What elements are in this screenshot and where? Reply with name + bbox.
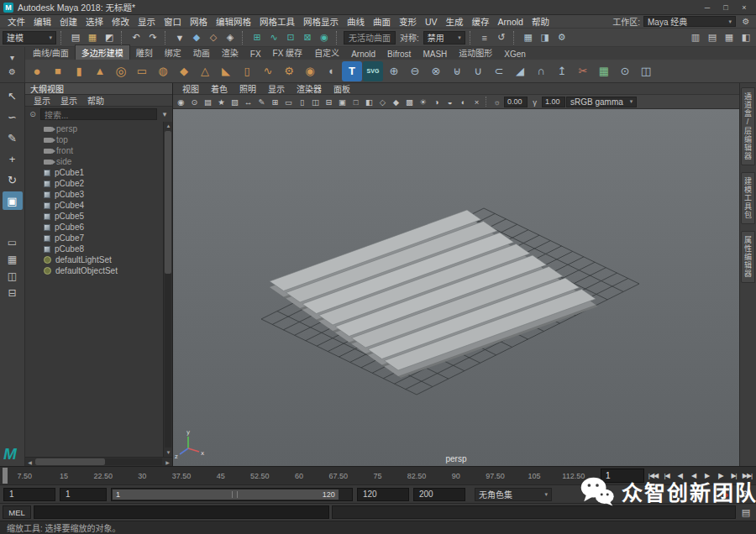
bevel-icon[interactable]: ◢ [510, 61, 530, 81]
camera-attributes-icon[interactable]: ▤ [202, 96, 214, 108]
outliner-item-side[interactable]: side [25, 156, 163, 167]
scale-tool-button[interactable]: ▣ [3, 191, 23, 210]
range-slider-grip[interactable] [232, 491, 238, 498]
move-tool-button[interactable]: + [3, 149, 23, 168]
poly-prism-icon[interactable]: ◣ [216, 61, 236, 81]
maximize-button[interactable]: □ [717, 2, 734, 13]
exposure-field[interactable]: 0.00 [504, 97, 528, 107]
poly-helix-icon[interactable]: ∿ [258, 61, 278, 81]
menu-edit-mesh[interactable]: 编辑网格 [212, 15, 255, 28]
outliner-item-front[interactable]: front [25, 145, 163, 156]
boolean-difference-icon[interactable]: ⊖ [405, 61, 425, 81]
menu-create[interactable]: 创建 [55, 15, 81, 28]
menu-file[interactable]: 文件 [3, 15, 29, 28]
menu-arnold[interactable]: Arnold [494, 17, 528, 27]
outliner-item-pCube8[interactable]: pCube8 [25, 243, 163, 254]
range-slider[interactable]: 1 120 [111, 488, 353, 501]
panel-menu-show[interactable]: 显示 [262, 82, 291, 95]
shelf-tab-xgen[interactable]: XGen [498, 49, 532, 60]
snap-projected-center-icon[interactable]: ⊠ [300, 30, 315, 45]
new-scene-icon[interactable]: ▤ [68, 30, 83, 45]
shelf-gear-icon[interactable]: ⚙ [6, 66, 19, 78]
extrude-icon[interactable]: ↥ [552, 61, 572, 81]
boolean-intersection-icon[interactable]: ⊗ [426, 61, 446, 81]
outliner-item-pCube4[interactable]: pCube4 [25, 200, 163, 211]
outliner-item-pCube1[interactable]: pCube1 [25, 167, 163, 178]
boolean-union-icon[interactable]: ⊕ [384, 61, 404, 81]
search-input[interactable]: 搜索... [40, 108, 157, 120]
shelf-tab-rigging[interactable]: 绑定 [159, 45, 187, 60]
tab-channel-box-layer-editor[interactable]: 通道盒/层编辑器 [741, 87, 755, 165]
panel-menu-lighting[interactable]: 照明 [234, 82, 262, 95]
poly-disc-icon[interactable]: ◍ [153, 61, 173, 81]
symmetry-dropdown[interactable]: 禁用 ▾ [423, 31, 465, 44]
animation-preferences-icon[interactable]: ⚙ [738, 487, 753, 502]
current-frame-field[interactable]: 1 [601, 469, 644, 483]
two-d-pan-zoom-icon[interactable]: ↔ [242, 96, 255, 108]
snap-curve-icon[interactable]: ∿ [266, 30, 281, 45]
combine-icon[interactable]: ⊎ [447, 61, 467, 81]
save-scene-icon[interactable]: ◩ [102, 30, 117, 45]
platonic-solid-icon[interactable]: ◆ [174, 61, 194, 81]
shelf-tab-sculpting[interactable]: 雕刻 [130, 45, 159, 60]
attribute-editor-toggle-icon[interactable]: ▥ [688, 30, 703, 45]
paint-select-tool-button[interactable]: ✎ [3, 128, 23, 147]
shelf-tab-bifrost[interactable]: Bifrost [381, 49, 417, 60]
close-button[interactable]: × [736, 2, 753, 13]
undo-icon[interactable]: ↶ [129, 30, 144, 45]
ipr-render-icon[interactable]: ◨ [538, 30, 553, 45]
render-frame-icon[interactable]: ▦ [521, 30, 536, 45]
panel-menu-view[interactable]: 视图 [176, 82, 205, 95]
grid-toggle-icon[interactable]: ⊞ [269, 96, 281, 108]
script-editor-icon[interactable]: ▤ [738, 505, 753, 520]
playback-start-field[interactable]: 1 [60, 488, 107, 501]
safe-title-icon[interactable]: □ [349, 96, 362, 108]
outliner-item-pCube3[interactable]: pCube3 [25, 189, 163, 200]
outliner-item-top[interactable]: top [25, 134, 163, 145]
animation-start-field[interactable]: 1 [3, 488, 55, 501]
smooth-shade-icon[interactable]: ◆ [390, 96, 402, 108]
resolution-gate-icon[interactable]: ▯ [296, 96, 308, 108]
exposure-icon[interactable]: ☼ [491, 96, 503, 108]
layout-four-pane-button[interactable]: ▦ [3, 252, 22, 266]
selection-mask-icon[interactable]: ◈ [223, 30, 238, 45]
shelf-tab-arnold[interactable]: Arnold [345, 49, 381, 60]
menu-mesh-tools[interactable]: 网格工具 [255, 15, 299, 28]
poly-pipe-icon[interactable]: ▯ [237, 61, 257, 81]
scrollbar-thumb[interactable] [165, 131, 171, 274]
lock-camera-icon[interactable]: ⊙ [188, 96, 201, 108]
construction-history-icon[interactable]: ↺ [494, 30, 509, 45]
gamma-field[interactable]: 1.00 [542, 97, 565, 107]
live-surface-field[interactable]: 无活动曲面 [344, 31, 396, 44]
go-to-end-button[interactable]: ▶▶| [741, 469, 753, 483]
render-settings-icon[interactable]: ⚙ [554, 30, 570, 45]
scroll-up-icon[interactable]: ▲ [164, 122, 173, 130]
range-slider-bar[interactable]: 1 120 [113, 490, 339, 500]
outliner-item-persp[interactable]: persp [25, 123, 163, 134]
search-filter-arrow-icon[interactable]: ▾ [159, 108, 171, 120]
time-slider[interactable]: 7.501522.503037.504552.506067.507582.509… [0, 467, 598, 484]
safe-action-icon[interactable]: ▣ [336, 96, 349, 108]
poly-plane-icon[interactable]: ▭ [132, 61, 152, 81]
poly-cone-icon[interactable]: ▲ [90, 61, 110, 81]
open-scene-icon[interactable]: ▦ [85, 30, 100, 45]
shelf-tab-mash[interactable]: MASH [417, 49, 453, 60]
workspace-dropdown[interactable]: Maya 经典 ▾ [643, 16, 736, 27]
outliner-item-pCube7[interactable]: pCube7 [25, 233, 163, 243]
menu-uv[interactable]: UV [421, 17, 442, 27]
shelf-tab-custom[interactable]: 自定义 [308, 45, 345, 60]
step-forward-frame-button[interactable]: ▶| [727, 469, 740, 483]
outliner-item-defaultObjectSet[interactable]: defaultObjectSet [25, 265, 163, 276]
panel-menu-renderer[interactable]: 渲染器 [291, 82, 328, 95]
playback-end-field[interactable]: 120 [357, 488, 409, 501]
scrollbar-thumb[interactable] [35, 458, 105, 465]
panel-menu-shading[interactable]: 着色 [205, 82, 234, 95]
layout-two-pane-side-button[interactable]: ◫ [3, 269, 22, 283]
menu-surfaces[interactable]: 曲面 [369, 15, 395, 28]
poly-cylinder-icon[interactable]: ▮ [69, 61, 89, 81]
outliner-item-pCube2[interactable]: pCube2 [25, 178, 163, 189]
menu-modify[interactable]: 修改 [108, 15, 134, 28]
outliner-item-pCube5[interactable]: pCube5 [25, 211, 163, 222]
scroll-right-icon[interactable]: ▶ [163, 458, 172, 466]
poly-torus-icon[interactable]: ◎ [111, 61, 131, 81]
